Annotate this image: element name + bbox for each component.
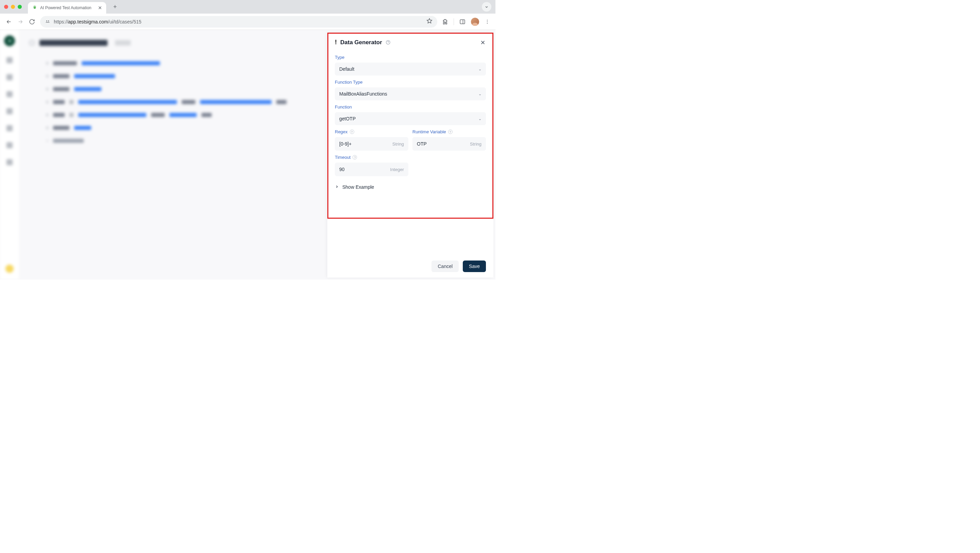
panel-header: ! Data Generator	[327, 33, 493, 49]
type-select[interactable]: Default ⌄	[335, 63, 486, 76]
side-panel-icon[interactable]	[460, 19, 466, 25]
panel-title: Data Generator	[340, 39, 382, 46]
runtime-variable-input[interactable]: String	[412, 137, 486, 151]
app-logo-icon[interactable]: ✦	[4, 35, 15, 46]
browser-tab[interactable]: AI Powered Test Automation ✕	[28, 2, 106, 14]
function-type-value: MailBoxAliasFunctions	[339, 91, 387, 97]
regex-field[interactable]	[339, 141, 385, 146]
function-type-select[interactable]: MailBoxAliasFunctions ⌄	[335, 87, 486, 100]
tab-favicon-icon	[32, 5, 37, 11]
svg-point-5	[487, 21, 488, 22]
panel-footer: Cancel Save	[327, 255, 493, 278]
rail-icon[interactable]	[6, 159, 13, 165]
chevron-down-icon: ⌄	[479, 117, 482, 121]
chevron-down-icon: ⌄	[479, 67, 482, 72]
function-value: getOTP	[339, 116, 356, 121]
rail-bottom-icon[interactable]	[5, 265, 14, 273]
show-example-toggle[interactable]: Show Example	[335, 184, 486, 190]
show-example-label: Show Example	[342, 184, 374, 190]
rail-icon[interactable]	[6, 125, 13, 131]
rail-icon[interactable]	[6, 74, 13, 80]
bookmark-icon[interactable]	[426, 18, 433, 25]
help-icon[interactable]: ?	[350, 130, 354, 134]
url-text: https://app.testsigma.com/ui/td/cases/51…	[54, 19, 142, 24]
tab-title: AI Powered Test Automation	[40, 5, 92, 10]
forward-button[interactable]	[17, 18, 24, 25]
reload-button[interactable]	[29, 18, 35, 25]
regex-type-suffix: String	[392, 141, 404, 146]
rail-icon[interactable]	[6, 57, 13, 63]
browser-chrome: AI Powered Test Automation ✕ + https://a…	[0, 0, 495, 30]
tab-bar: AI Powered Test Automation ✕ +	[0, 0, 495, 14]
save-button[interactable]: Save	[463, 261, 486, 272]
chevron-right-icon	[335, 185, 339, 190]
close-icon[interactable]	[480, 40, 486, 46]
data-generator-panel: ! Data Generator Type Default ⌄ Function…	[327, 33, 493, 278]
timeout-field[interactable]	[339, 167, 385, 172]
runtime-variable-type-suffix: String	[470, 141, 482, 146]
panel-body: Type Default ⌄ Function Type MailBoxAlia…	[327, 49, 493, 255]
rail-icon[interactable]	[6, 108, 13, 114]
regex-input[interactable]: String	[335, 137, 408, 151]
type-value: Default	[339, 66, 354, 72]
function-label: Function	[335, 105, 486, 110]
help-icon[interactable]: ?	[448, 130, 453, 134]
function-select[interactable]: getOTP ⌄	[335, 112, 486, 125]
window-maximize-button[interactable]	[18, 5, 22, 9]
tab-close-icon[interactable]: ✕	[98, 5, 102, 11]
site-info-icon[interactable]	[45, 19, 50, 25]
exclamation-icon: !	[335, 39, 337, 46]
new-tab-button[interactable]: +	[110, 2, 120, 11]
back-button[interactable]	[5, 18, 12, 25]
help-icon[interactable]	[385, 40, 391, 45]
extensions-icon[interactable]	[442, 19, 448, 25]
help-icon[interactable]: ?	[353, 155, 357, 159]
url-bar[interactable]: https://app.testsigma.com/ui/td/cases/51…	[40, 16, 437, 27]
chevron-down-icon: ⌄	[479, 92, 482, 96]
profile-avatar[interactable]	[471, 17, 479, 26]
traffic-lights	[4, 5, 22, 9]
svg-rect-3	[460, 20, 465, 24]
function-type-label: Function Type	[335, 79, 486, 85]
window-minimize-button[interactable]	[11, 5, 15, 9]
timeout-type-suffix: Integer	[390, 167, 404, 172]
timeout-input[interactable]: Integer	[335, 162, 408, 176]
chrome-actions	[442, 17, 490, 26]
runtime-variable-label: Runtime Variable ?	[412, 129, 486, 134]
svg-point-4	[487, 20, 488, 21]
menu-icon[interactable]	[485, 19, 490, 24]
timeout-label: Timeout ?	[335, 155, 408, 160]
runtime-variable-field[interactable]	[417, 141, 462, 146]
rail-icon[interactable]	[6, 142, 13, 148]
address-bar: https://app.testsigma.com/ui/td/cases/51…	[0, 14, 495, 30]
cancel-button[interactable]: Cancel	[431, 261, 459, 272]
content-area: ✦	[0, 30, 495, 280]
window-close-button[interactable]	[4, 5, 8, 9]
type-label: Type	[335, 55, 486, 60]
regex-label: Regex ?	[335, 129, 408, 134]
left-rail: ✦	[0, 30, 19, 280]
rail-icon[interactable]	[6, 91, 13, 97]
tab-overflow-button[interactable]	[482, 2, 492, 11]
svg-point-6	[487, 23, 488, 24]
